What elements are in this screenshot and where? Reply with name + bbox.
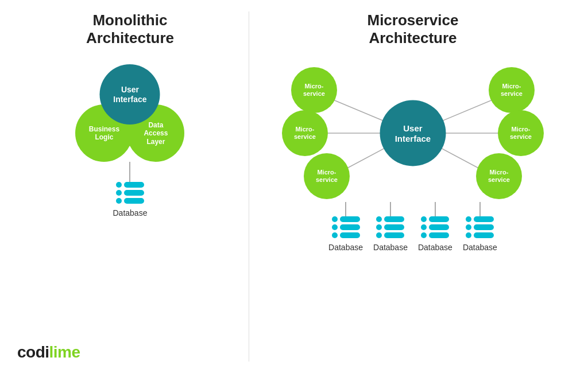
mono-database-label: Database [113, 208, 147, 217]
micro-db-label-1: Database [328, 243, 363, 252]
micro-connector-2 [390, 202, 391, 216]
main-container: Monolithic Architecture UserInterface Bu… [0, 0, 588, 373]
micro-db-connectors: Database Database [281, 202, 545, 252]
logo-text-lime: lime [49, 343, 80, 361]
micro-ms-top-right: Micro-service [489, 67, 535, 113]
section-divider [249, 11, 249, 362]
micro-connector-1 [345, 202, 346, 216]
micro-db-label-4: Database [463, 243, 497, 252]
mono-database-icon [116, 182, 144, 204]
monolithic-diagram: UserInterface BusinessLogic DataAccessLa… [69, 64, 190, 217]
micro-db-col-3: Database [418, 202, 452, 252]
microservice-title: Microservice Architecture [367, 11, 458, 47]
mono-circles: UserInterface BusinessLogic DataAccessLa… [69, 64, 190, 162]
micro-ms-bot-right: Micro-service [476, 153, 522, 199]
logo: codilime [17, 343, 80, 362]
micro-ms-top-left: Micro-service [291, 67, 337, 113]
monolithic-section: Monolithic Architecture UserInterface Bu… [17, 11, 243, 362]
micro-ms-mid-right: Micro-service [498, 110, 544, 156]
micro-db-icon-2 [376, 216, 404, 238]
micro-db-icon-3 [421, 216, 449, 238]
micro-connector-3 [435, 202, 436, 216]
logo-text-black: codi [17, 343, 49, 361]
monolithic-title: Monolithic Architecture [86, 11, 174, 47]
micro-db-label-2: Database [373, 243, 408, 252]
micro-db-col-2: Database [373, 202, 408, 252]
micro-ms-mid-left: Micro-service [282, 110, 328, 156]
mono-ui-circle: UserInterface [100, 64, 160, 125]
mono-connector-line [129, 162, 130, 182]
micro-ms-bot-left: Micro-service [304, 153, 350, 199]
micro-db-label-3: Database [418, 243, 452, 252]
micro-db-col-4: Database [463, 202, 497, 252]
micro-db-icon-1 [332, 216, 360, 238]
microservice-section: Microservice Architecture [255, 11, 571, 362]
micro-db-col-1: Database [328, 202, 363, 252]
micro-ui-circle: UserInterface [380, 100, 446, 166]
micro-connector-4 [479, 202, 481, 216]
micro-center-area: UserInterface Micro-service Micro-servic… [281, 64, 545, 202]
micro-db-icon-4 [466, 216, 494, 238]
microservice-diagram: UserInterface Micro-service Micro-servic… [255, 64, 571, 252]
